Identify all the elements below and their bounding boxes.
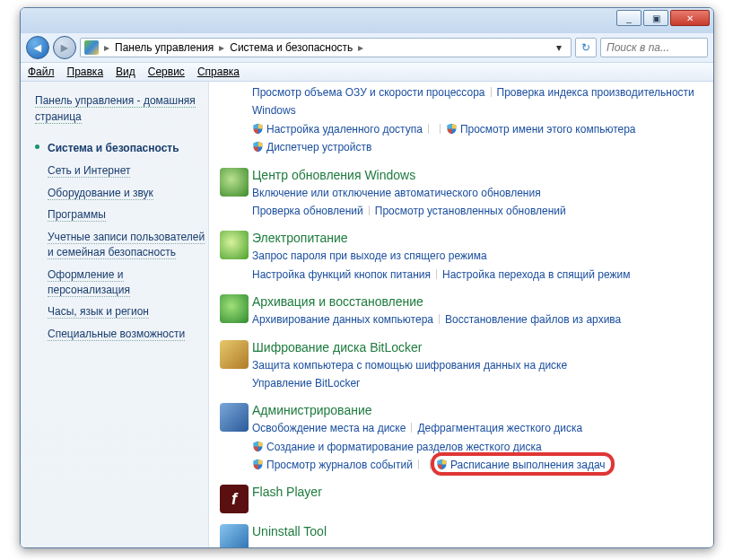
sidebar-home-link[interactable]: Панель управления - домашняя страница (35, 94, 196, 124)
maximize-button[interactable]: ▣ (643, 10, 668, 26)
category-group: Архивация и восстановлениеАрхивирование … (216, 294, 706, 328)
window: _ ▣ ✕ ◄ ► ▸ Панель управления ▸ Система … (20, 7, 714, 548)
shield-icon (446, 122, 458, 134)
category-group: fFlash Player (216, 485, 706, 513)
top-links: Просмотр объема ОЗУ и скорости процессор… (252, 83, 706, 157)
task-link[interactable]: Управление BitLocker (252, 377, 360, 389)
task-link[interactable]: Настройка перехода в спящий режим (442, 268, 630, 281)
category-title[interactable]: Flash Player (252, 485, 322, 499)
bitlocker-icon (220, 340, 249, 369)
task-link[interactable]: Архивирование данных компьютера (252, 313, 433, 326)
content-pane[interactable]: Просмотр объема ОЗУ и скорости процессор… (209, 82, 713, 547)
sidebar-item[interactable]: Оформление и персонализация (35, 264, 208, 302)
menu-tools[interactable]: Сервис (148, 66, 185, 78)
task-link[interactable]: Дефрагментация жесткого диска (417, 422, 582, 434)
shield-icon (252, 140, 264, 152)
search-box[interactable] (600, 38, 708, 57)
shield-icon (436, 458, 448, 469)
shield-icon (252, 122, 264, 134)
category-links: Освобождение места на дискеДефрагментаци… (252, 419, 706, 474)
sidebar: Панель управления - домашняя страница Си… (21, 82, 209, 547)
task-link[interactable]: Восстановление файлов из архива (445, 313, 621, 326)
category-group: АдминистрированиеОсвобождение места на д… (216, 403, 706, 474)
sidebar-item-label: Оформление и персонализация (48, 268, 130, 297)
shield-icon (252, 458, 264, 469)
breadcrumb-separator: ▸ (217, 41, 226, 54)
task-link[interactable]: Расписание выполнения задач (450, 459, 606, 471)
category-title[interactable]: Электропитание (252, 231, 348, 245)
sidebar-item-label: Специальные возможности (48, 328, 185, 341)
category-links: Включение или отключение автоматического… (252, 184, 706, 221)
category-group: Uninstall Tool (216, 524, 706, 547)
flash-icon: f (220, 485, 249, 513)
menu-help[interactable]: Справка (197, 66, 240, 78)
sidebar-item[interactable]: Учетные записи пользователей и семейная … (35, 226, 208, 264)
category-links: Запрос пароля при выходе из спящего режи… (252, 247, 706, 284)
refresh-button[interactable]: ↻ (575, 38, 597, 57)
sidebar-item-label: Часы, язык и регион (48, 305, 149, 319)
category-group: Центр обновления WindowsВключение или от… (216, 168, 706, 221)
sidebar-item-label: Сеть и Интернет (48, 164, 130, 178)
minimize-button[interactable]: _ (616, 10, 641, 26)
breadcrumb-system-security[interactable]: Система и безопасность (230, 41, 353, 54)
update-icon (220, 168, 249, 197)
sidebar-item[interactable]: Часы, язык и регион (35, 301, 208, 323)
menu-edit[interactable]: Правка (67, 66, 104, 78)
menu-view[interactable]: Вид (116, 66, 135, 78)
close-button[interactable]: ✕ (670, 10, 710, 26)
sidebar-item[interactable]: Сеть и Интернет (35, 160, 208, 182)
shield-icon (252, 440, 264, 451)
sidebar-item[interactable]: Оборудование и звук (35, 182, 208, 205)
task-link[interactable]: Просмотр объема ОЗУ и скорости процессор… (252, 86, 485, 99)
task-link[interactable]: Просмотр имени этого компьютера (460, 123, 636, 136)
sidebar-item-label: Учетные записи пользователей и семейная … (48, 231, 205, 259)
back-button[interactable]: ◄ (26, 36, 49, 59)
task-link[interactable]: Включение или отключение автоматического… (252, 187, 541, 199)
uninstall-icon (220, 524, 249, 547)
breadcrumb-separator: ▸ (102, 41, 111, 54)
task-link[interactable]: Настройка функций кнопок питания (252, 268, 431, 281)
breadcrumb-control-panel[interactable]: Панель управления (115, 41, 214, 54)
menu-file[interactable]: Файл (28, 66, 55, 78)
category-group: ЭлектропитаниеЗапрос пароля при выходе и… (216, 231, 706, 284)
task-link[interactable]: Создание и форматирование разделов жестк… (266, 441, 542, 453)
backup-icon (220, 294, 249, 323)
address-bar[interactable]: ▸ Панель управления ▸ Система и безопасн… (80, 38, 572, 57)
category-title[interactable]: Шифрование диска BitLocker (252, 340, 423, 354)
category-title[interactable]: Uninstall Tool (252, 524, 327, 538)
task-link[interactable]: Проверка обновлений (252, 205, 363, 217)
task-link[interactable]: Освобождение места на диске (252, 422, 406, 434)
power-icon (220, 231, 249, 259)
titlebar: _ ▣ ✕ (21, 8, 713, 33)
category-group: Шифрование диска BitLockerЗащита компьют… (216, 340, 706, 393)
admin-icon (220, 403, 249, 432)
sidebar-item[interactable]: Система и безопасность (35, 137, 208, 160)
sidebar-item[interactable]: Специальные возможности (35, 323, 208, 346)
task-link[interactable]: Просмотр журналов событий (266, 459, 413, 471)
sidebar-item-label: Программы (48, 208, 106, 222)
task-link[interactable]: Запрос пароля при выходе из спящего режи… (252, 249, 487, 262)
forward-button[interactable]: ► (53, 36, 76, 59)
control-panel-icon (84, 40, 99, 55)
breadcrumb-separator: ▸ (356, 41, 365, 54)
search-input[interactable] (605, 39, 703, 57)
navigation-bar: ◄ ► ▸ Панель управления ▸ Система и безо… (21, 33, 713, 62)
category-links: Архивирование данных компьютераВосстанов… (252, 311, 706, 328)
sidebar-item[interactable]: Программы (35, 204, 208, 226)
category-title[interactable]: Архивация и восстановление (252, 294, 423, 309)
category-links: Защита компьютера с помощью шифрования д… (252, 356, 706, 393)
task-link[interactable]: Защита компьютера с помощью шифрования д… (252, 359, 567, 372)
category-title[interactable]: Центр обновления Windows (252, 168, 415, 182)
category-title[interactable]: Администрирование (252, 403, 372, 417)
sidebar-item-label: Система и безопасность (48, 142, 179, 154)
sidebar-item-label: Оборудование и звук (48, 187, 153, 200)
address-dropdown[interactable]: ▾ (551, 39, 567, 57)
task-link[interactable]: Просмотр установленных обновлений (375, 205, 566, 217)
menu-bar: Файл Правка Вид Сервис Справка (21, 62, 713, 82)
body: Панель управления - домашняя страница Си… (21, 82, 713, 547)
task-link[interactable]: Настройка удаленного доступа (266, 123, 423, 136)
task-link[interactable]: Диспетчер устройств (266, 141, 371, 153)
